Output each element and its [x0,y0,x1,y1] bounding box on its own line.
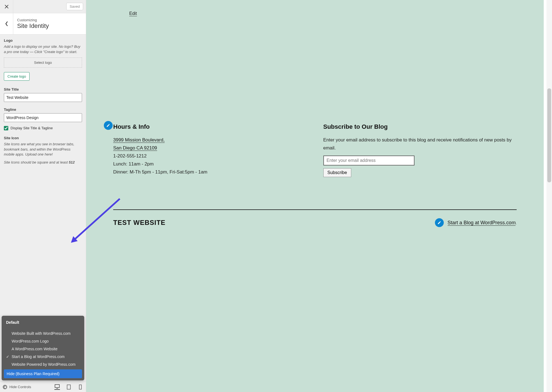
dropdown-option[interactable]: WordPress.com Logo [2,337,84,345]
display-title-checkbox[interactable] [4,126,8,130]
dinner-line: Dinner: M-Th 5pm - 11pm, Fri-Sat:5pm - 1… [113,168,307,176]
edit-shortcut-link[interactable]: Edit [129,11,137,16]
customizer-sidebar: Saved Customizing Site Identity Logo Add… [0,0,86,392]
collapse-icon: ◀ [3,385,7,389]
dropdown-header: Default [2,318,84,327]
site-title-label: Site Title [4,87,82,91]
subscribe-email-input[interactable] [323,156,414,165]
site-icon-help2: Site Icons should be square and at least… [4,160,82,165]
dropdown-option-selected[interactable]: ✓Start a Blog at WordPress.com [2,353,84,361]
svg-rect-0 [55,385,59,388]
edit-badge-footer[interactable] [435,218,444,227]
select-logo-button[interactable]: Select logo [4,57,82,68]
dropdown-option-hide[interactable]: Hide (Business Plan Required) [4,369,82,378]
display-title-checkbox-label: Display Site Title & Tagline [10,126,53,130]
device-switcher [54,384,83,390]
logo-heading: Logo [4,38,82,43]
tagline-label: Tagline [4,107,82,112]
footer-credit-suffix: . [516,221,517,225]
back-button[interactable] [0,13,13,34]
tablet-device-icon[interactable] [66,384,72,390]
customizer-topbar: Saved [0,0,86,13]
lunch-line: Lunch: 11am - 2pm [113,160,307,168]
site-icon-heading: Site Icon [4,136,82,140]
hours-info-widget: Hours & Info 3999 Mission Boulevard, San… [113,122,307,177]
close-button[interactable] [0,0,13,13]
hours-heading: Hours & Info [113,122,307,132]
page-title: Site Identity [17,23,49,29]
tagline-input[interactable] [4,113,82,122]
footer-divider [113,209,517,210]
create-logo-button[interactable]: Create logo [4,72,30,81]
footer-widgets: Hours & Info 3999 Mission Boulevard, San… [113,122,517,177]
subscribe-button[interactable]: Subscribe [323,168,351,177]
check-icon: ✓ [6,354,9,359]
subscribe-widget: Subscribe to Our Blog Enter your email a… [323,122,517,177]
footer-credit-dropdown[interactable]: Default Website Built with WordPress.com… [2,316,84,380]
scrollbar-thumb[interactable] [547,88,551,182]
edit-badge-hours[interactable] [104,121,113,130]
breadcrumb-row: Customizing Site Identity [0,13,86,35]
footer-site-title: TEST WEBSITE [113,219,165,227]
site-icon-help1: Site Icons are what you see in browser t… [4,142,82,157]
subscribe-description: Enter your email address to subscribe to… [323,136,517,152]
dropdown-option[interactable]: A WordPress.com Website [2,345,84,353]
svg-rect-1 [67,385,70,389]
saved-status: Saved [66,3,83,10]
address-line1[interactable]: 3999 Mission Boulevard, [113,137,165,143]
logo-help: Add a logo to display on your site. No l… [4,44,82,55]
svg-rect-2 [79,385,81,389]
pencil-icon [437,221,441,225]
desktop-device-icon[interactable] [54,384,60,390]
close-icon [4,4,9,9]
subscribe-heading: Subscribe to Our Blog [323,122,517,132]
footer-credit-link[interactable]: Start a Blog at WordPress.com [448,220,516,226]
site-title-input[interactable] [4,93,82,102]
phone-line: 1-202-555-1212 [113,152,307,160]
dropdown-option[interactable]: Website Built with WordPress.com [2,330,84,337]
breadcrumb-label: Customizing [17,18,49,22]
dropdown-option[interactable]: Website Powered by WordPress.com [2,361,84,368]
site-preview: Edit Hours & Info 3999 Mission Boulevard… [86,0,544,392]
chevron-left-icon [5,21,8,27]
customizer-bottom-bar: ◀ Hide Controls [0,382,86,392]
pencil-icon [106,123,110,127]
display-title-checkbox-row[interactable]: Display Site Title & Tagline [4,126,82,130]
preview-wrap: Edit Hours & Info 3999 Mission Boulevard… [86,0,552,392]
mobile-device-icon[interactable] [78,384,83,390]
site-footer-row: TEST WEBSITE Start a Blog at WordPress.c… [113,218,517,227]
hide-controls-button[interactable]: ◀ Hide Controls [3,385,31,389]
preview-scrollbar[interactable] [546,0,552,392]
address-line2[interactable]: San Diego CA 92109 [113,145,157,151]
